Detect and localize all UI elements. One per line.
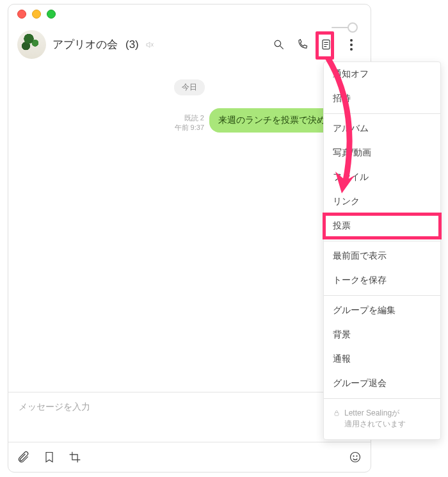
chat-member-count: (3) [125,38,139,51]
menu-item-report[interactable]: 通報 [324,347,440,371]
menu-separator [324,241,440,241]
traffic-light-zoom-icon[interactable] [47,10,56,19]
svg-point-0 [275,40,281,46]
menu-item-bring-to-front[interactable]: 最前面で表示 [324,244,440,268]
window-titlebar [8,4,371,24]
menu-item-photo-video[interactable]: 写真/動画 [324,141,440,165]
menu-item-poll[interactable]: 投票 [324,214,440,238]
emoji-icon[interactable] [349,451,362,464]
slider-thumb-icon [348,22,358,33]
composer[interactable]: メッセージを入力 [8,392,371,442]
message-meta: 既読 2 午前 9:37 [175,113,204,133]
menu-item-notify-off[interactable]: 通知オフ [324,62,440,86]
svg-point-8 [356,456,357,457]
traffic-light-minimize-icon[interactable] [32,10,41,19]
crop-icon[interactable] [68,451,81,464]
chat-window: アプリオの会 (3) [8,4,371,473]
opacity-slider[interactable] [332,22,358,33]
muted-icon [145,40,154,49]
menu-separator [324,398,440,399]
menu-item-leave-group[interactable]: グループ退会 [324,371,440,396]
menu-footer-line2: 適用されています [344,419,406,428]
slider-track-icon [332,27,349,28]
menu-item-link[interactable]: リンク [324,190,440,214]
menu-item-invite[interactable]: 招待 [324,86,440,111]
date-separator: 今日 [8,79,371,95]
app-frame: アプリオの会 (3) [0,0,448,477]
annotation-highlight-more-button [316,31,334,60]
more-vertical-icon [350,39,353,51]
menu-item-save-talk[interactable]: トークを保存 [324,268,440,293]
svg-rect-9 [335,413,339,416]
menu-footer: Letter Sealingが 適用されています [324,401,440,439]
date-chip: 今日 [174,79,205,95]
call-icon[interactable] [296,38,308,51]
lock-icon [333,409,340,417]
read-status: 既読 2 [184,113,204,123]
svg-point-6 [351,453,360,462]
menu-item-edit-group[interactable]: グループを編集 [324,298,440,323]
menu-item-album[interactable]: アルバム [324,117,440,141]
chat-title: アプリオの会 [52,37,118,52]
message-area: 今日 既読 2 午前 9:37 来週のランチを投票で決めます！ [8,63,371,392]
menu-footer-line1: Letter Sealingが [344,408,399,417]
traffic-light-close-icon[interactable] [17,10,26,19]
composer-placeholder: メッセージを入力 [19,401,360,413]
menu-item-background[interactable]: 背景 [324,323,440,347]
more-dropdown-menu: 通知オフ 招待 アルバム 写真/動画 ファイル リンク 投票 最前面で表示 トー… [323,61,441,440]
more-menu-button[interactable] [344,36,359,54]
menu-separator [324,113,440,114]
bookmark-icon[interactable] [43,451,56,464]
message-row: 既読 2 午前 9:37 来週のランチを投票で決めます！ [8,108,371,133]
menu-separator [324,295,440,296]
message-time: 午前 9:37 [175,123,204,133]
svg-line-1 [280,46,284,49]
menu-item-file[interactable]: ファイル [324,165,440,190]
attachment-icon[interactable] [17,451,30,464]
svg-point-7 [353,456,354,457]
bottom-toolbar [8,442,371,472]
chat-avatar[interactable] [17,30,46,59]
search-icon[interactable] [273,38,285,51]
